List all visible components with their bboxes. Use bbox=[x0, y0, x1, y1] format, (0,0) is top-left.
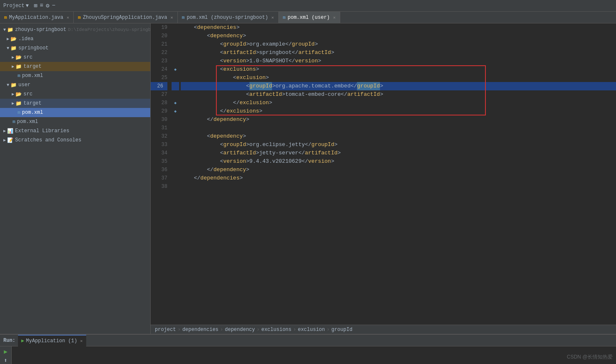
run-play-button[interactable]: ▶ bbox=[4, 348, 7, 355]
breadcrumb-dependency[interactable]: dependency bbox=[225, 327, 255, 333]
breadcrumb-sep: › bbox=[220, 327, 223, 333]
bookmark-icon: ◆ bbox=[174, 109, 177, 114]
code-line-36: </dependency> bbox=[181, 166, 616, 174]
bottom-panel: Run: ▶ MyApplication (1) ✕ ▶ ⬆ ✏ ⊟ ☰ ⊞ 🖨… bbox=[0, 334, 616, 364]
sidebar-item-user-target[interactable]: 📁 target bbox=[0, 99, 150, 108]
sidebar-item-user[interactable]: 📁 user bbox=[0, 80, 150, 90]
top-bar: Project ▼ ⊞ ≡ ⚙ − bbox=[0, 0, 616, 12]
settings-icon[interactable]: ⚙ bbox=[46, 2, 49, 9]
expand-icon bbox=[12, 55, 14, 60]
bookmark-icon: ◆ bbox=[174, 67, 177, 72]
run-tab-label: MyApplication (1) bbox=[26, 338, 77, 344]
tab-label: pom.xml (zhouyu-springboot) bbox=[187, 15, 268, 21]
tab-label: MyApplication.java bbox=[9, 15, 64, 21]
sidebar-item-label: src bbox=[23, 54, 33, 60]
folder-orange-icon: 📁 bbox=[15, 100, 22, 107]
expand-icon bbox=[12, 92, 14, 97]
breadcrumb-sep: › bbox=[257, 327, 259, 333]
library-icon: 📊 bbox=[7, 128, 13, 134]
editor-area: 19 20 21 22 23 24 25 26 27 28 29 30 31 3… bbox=[151, 23, 616, 334]
folder-icon: 📁 bbox=[10, 45, 17, 51]
sidebar-item-springboot-target[interactable]: 📁 target bbox=[0, 62, 150, 71]
code-line-29: </exclusions> bbox=[181, 107, 616, 115]
tab-close-icon[interactable]: ✕ bbox=[171, 15, 173, 20]
sidebar-item-zhouyu-springboot[interactable]: 📁 zhouyu-springboot D:\IdeaProjects\zhou… bbox=[0, 25, 150, 34]
code-line-26: <groupId>org.apache.tomcat.embed</groupI… bbox=[181, 82, 616, 90]
sidebar-item-springboot[interactable]: 📁 springboot bbox=[0, 44, 150, 53]
code-line-37: </dependencies> bbox=[181, 174, 616, 182]
sidebar-item-label: zhouyu-springboot bbox=[15, 27, 66, 33]
expand-icon bbox=[7, 46, 9, 51]
breadcrumb-sep: › bbox=[177, 327, 180, 333]
breadcrumb-sep: › bbox=[327, 327, 330, 333]
minimize-icon[interactable]: − bbox=[52, 2, 55, 9]
code-line-28: </exclusion> bbox=[181, 99, 616, 107]
tab-close-icon[interactable]: ✕ bbox=[67, 15, 69, 20]
breadcrumb-bar: project › dependencies › dependency › ex… bbox=[151, 325, 616, 334]
sidebar-item-user-pom[interactable]: m pom.xml bbox=[0, 108, 150, 117]
java-icon: m bbox=[4, 15, 7, 20]
run-tab-icon: ▶ bbox=[21, 338, 24, 344]
sidebar-item-label: pom.xml bbox=[17, 119, 38, 125]
line-numbers: 19 20 21 22 23 24 25 26 27 28 29 30 31 3… bbox=[151, 23, 172, 325]
sidebar-item-label: Scratches and Consoles bbox=[15, 137, 81, 143]
run-label: Run: bbox=[3, 338, 15, 343]
sidebar-item-label: target bbox=[23, 64, 41, 69]
sidebar-item-root-pom[interactable]: m pom.xml bbox=[0, 117, 150, 126]
expand-icon bbox=[12, 64, 14, 69]
code-line-31 bbox=[181, 124, 616, 132]
console-content[interactable]: "C:\Program Files\Java\jdk1.8.0_301\bin\… bbox=[12, 346, 616, 364]
sidebar-item-springboot-src[interactable]: 📂 src bbox=[0, 53, 150, 62]
structure-icon[interactable]: ⊞ bbox=[34, 2, 37, 9]
watermark: CSDN @长情知热爱 bbox=[567, 354, 613, 361]
folder-icon: 📁 bbox=[10, 82, 17, 88]
bookmark-icon: ◆ bbox=[174, 100, 177, 105]
code-line-33: <groupId>org.eclipse.jetty</groupId> bbox=[181, 141, 616, 149]
tab-close-icon[interactable]: ✕ bbox=[272, 15, 274, 20]
sidebar-item-springboot-pom[interactable]: m pom.xml bbox=[0, 71, 150, 80]
folder-icon: 📂 bbox=[15, 91, 22, 97]
run-up-button[interactable]: ⬆ bbox=[4, 357, 7, 364]
project-folder-icon: 📁 bbox=[7, 27, 13, 33]
tab-pom-user[interactable]: m pom.xml (user) ✕ bbox=[279, 12, 340, 23]
scratch-icon: 📝 bbox=[7, 137, 13, 144]
run-tab-close[interactable]: ✕ bbox=[80, 338, 82, 343]
tab-bar: m MyApplication.java ✕ m ZhouyuSpringApp… bbox=[0, 12, 616, 23]
project-label[interactable]: Project ▼ bbox=[3, 3, 29, 9]
tab-zhouyu[interactable]: m ZhouyuSpringApplication.java ✕ bbox=[74, 12, 177, 23]
code-line-20: <dependency> bbox=[181, 32, 616, 40]
project-dropdown-icon: ▼ bbox=[26, 3, 28, 9]
tab-pom-zhouyu[interactable]: m pom.xml (zhouyu-springboot) ✕ bbox=[178, 12, 279, 23]
sidebar-item-idea[interactable]: 📂 .idea bbox=[0, 34, 150, 44]
java-icon: m bbox=[78, 15, 81, 20]
sidebar-item-label: user bbox=[18, 82, 31, 88]
sidebar-item-label: .idea bbox=[18, 36, 33, 42]
sidebar-item-external-libs[interactable]: 📊 External Libraries bbox=[0, 126, 150, 136]
run-tab-myapplication[interactable]: ▶ MyApplication (1) ✕ bbox=[18, 335, 86, 346]
code-line-27: <artifactId>tomcat-embed-core</artifactI… bbox=[181, 90, 616, 99]
code-line-32: <dependency> bbox=[181, 132, 616, 141]
tab-myapplication[interactable]: m MyApplication.java ✕ bbox=[0, 12, 74, 23]
sidebar-item-label: target bbox=[23, 100, 41, 106]
path-label: D:\IdeaProjects\zhouyu-springbo... bbox=[68, 27, 151, 32]
tab-close-icon[interactable]: ✕ bbox=[333, 15, 336, 20]
sidebar-item-user-src[interactable]: 📂 src bbox=[0, 90, 150, 99]
expand-icon bbox=[12, 101, 14, 106]
breadcrumb-exclusions[interactable]: exclusions bbox=[261, 327, 291, 333]
expand-icon bbox=[3, 28, 6, 32]
code-line-38 bbox=[181, 182, 616, 191]
xml-icon: m bbox=[182, 15, 185, 20]
breadcrumb-groupid[interactable]: groupId bbox=[331, 327, 352, 333]
run-tab-bar: Run: ▶ MyApplication (1) ✕ bbox=[0, 335, 616, 346]
breadcrumb-project[interactable]: project bbox=[155, 327, 176, 333]
list-icon[interactable]: ≡ bbox=[40, 2, 43, 9]
folder-orange-icon: 📁 bbox=[15, 64, 22, 70]
code-lines[interactable]: <dependencies> <dependency> <groupId>org… bbox=[179, 23, 616, 325]
code-line-35: <version>9.4.43.v20210629</version> bbox=[181, 157, 616, 166]
top-bar-icons: ⊞ ≡ ⚙ − bbox=[34, 2, 56, 9]
breadcrumb-exclusion[interactable]: exclusion bbox=[298, 327, 325, 333]
sidebar-item-scratches[interactable]: 📝 Scratches and Consoles bbox=[0, 136, 150, 145]
xml-file-icon: m bbox=[18, 73, 21, 78]
breadcrumb-dependencies[interactable]: dependencies bbox=[182, 327, 218, 333]
code-line-19: <dependencies> bbox=[181, 23, 616, 32]
